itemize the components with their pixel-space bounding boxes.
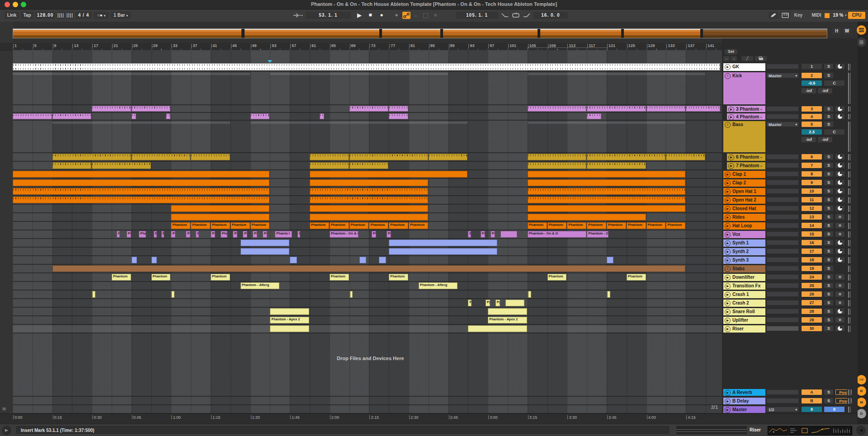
clip[interactable] [607, 291, 610, 298]
track-name[interactable]: ▶7 Phantom - [727, 162, 765, 169]
arm-button[interactable] [835, 206, 844, 211]
output-routing-box[interactable] [766, 326, 799, 331]
solo-button[interactable]: S [824, 171, 833, 177]
metronome-button[interactable]: ○● ▾ [94, 12, 109, 19]
nudge-up-button[interactable]: |||| [66, 12, 74, 19]
volume-field[interactable]: -0.5 [802, 80, 822, 86]
capture-midi-button[interactable]: ○ [431, 12, 439, 19]
clip[interactable] [13, 113, 52, 119]
arm-button[interactable] [835, 197, 844, 202]
output-routing-box[interactable] [766, 64, 799, 69]
arm-button[interactable] [835, 309, 844, 314]
track-name[interactable]: ▶B Delay [723, 398, 765, 404]
clip[interactable] [310, 188, 428, 195]
clip[interactable]: Phantom [112, 274, 131, 281]
solo-button[interactable]: S [824, 206, 833, 211]
solo-button[interactable]: S [824, 197, 833, 202]
clip[interactable]: Pl [171, 231, 175, 238]
clip[interactable] [52, 122, 230, 124]
clip[interactable]: Phantom [151, 274, 171, 281]
solo-button[interactable]: S [824, 317, 833, 323]
track-name[interactable]: ▶Clap 2 [723, 179, 765, 187]
track-name[interactable]: ≡Stabs [723, 265, 765, 272]
track-fold-icon[interactable]: ▶ [728, 155, 734, 160]
clip[interactable]: Phantom [567, 222, 586, 229]
tempo-field[interactable]: 128.00 [35, 12, 55, 19]
solo-button[interactable]: S [824, 240, 833, 245]
clip[interactable] [528, 171, 685, 178]
clip[interactable] [505, 300, 525, 306]
return-letter-badge[interactable]: B [802, 398, 822, 403]
clip[interactable]: Phantom [330, 222, 349, 229]
cue-volume-field[interactable]: 0 [802, 407, 822, 412]
meter-peak-field[interactable]: -inf [818, 137, 832, 142]
clip[interactable]: Phantom [409, 222, 428, 229]
clip[interactable] [528, 214, 646, 220]
output-routing-box[interactable] [766, 317, 799, 323]
track-fold-icon[interactable]: ▶ [725, 64, 731, 70]
clip[interactable]: Pha [387, 231, 391, 238]
arm-button[interactable] [835, 274, 844, 280]
clip[interactable]: Phantom [547, 274, 567, 281]
track-fold-icon[interactable]: ▶ [725, 180, 731, 186]
clip[interactable] [310, 205, 428, 212]
show-info-icon[interactable]: ▶ [2, 426, 11, 435]
track-number-badge[interactable]: 19 [802, 266, 822, 271]
clip[interactable] [646, 106, 686, 112]
output-routing-box[interactable] [766, 257, 799, 263]
arm-button[interactable] [835, 248, 844, 254]
arm-button[interactable] [835, 240, 844, 245]
output-routing-box[interactable] [766, 206, 799, 211]
clip[interactable] [52, 154, 131, 160]
solo-button[interactable]: S [824, 64, 833, 69]
solo-button[interactable]: S [824, 106, 833, 112]
arm-button[interactable] [835, 154, 844, 159]
time-signature-field[interactable]: 4 / 4 [75, 12, 92, 19]
track-number-badge[interactable]: 12 [802, 206, 822, 211]
clip[interactable] [429, 154, 468, 160]
arm-button[interactable] [835, 171, 844, 177]
clip[interactable] [270, 73, 448, 75]
clip[interactable] [13, 197, 269, 203]
clip[interactable]: P( [486, 300, 490, 306]
solo-button[interactable]: S [824, 266, 833, 271]
clip[interactable]: Phantom - On & O [528, 231, 586, 238]
play-button[interactable]: ▶ [354, 12, 364, 19]
clip[interactable] [379, 257, 386, 263]
clip[interactable] [310, 171, 467, 178]
clip[interactable] [241, 248, 290, 255]
device-thumbnail[interactable] [768, 426, 788, 435]
solo-button[interactable]: S [824, 283, 833, 288]
clip[interactable] [166, 113, 170, 119]
clip[interactable] [270, 308, 309, 315]
output-routing-box[interactable] [766, 291, 799, 297]
solo-button[interactable]: S [824, 73, 833, 78]
clip[interactable]: Phantom [171, 222, 190, 229]
track-fold-icon[interactable]: ▶ [725, 300, 731, 306]
clip[interactable]: Ph [186, 231, 190, 238]
clip[interactable] [528, 122, 685, 124]
arm-button[interactable] [835, 257, 844, 263]
track-fold-icon[interactable]: ▶ [728, 163, 734, 169]
clip[interactable] [52, 113, 92, 119]
clip[interactable] [52, 265, 686, 272]
output-routing-box[interactable] [766, 106, 799, 112]
track-fold-icon[interactable]: ▶ [725, 398, 731, 404]
clip[interactable]: Phantom [627, 274, 646, 281]
track-number-badge[interactable]: 5 [802, 122, 822, 127]
clip[interactable]: Phantom [528, 222, 547, 229]
output-routing-box[interactable] [766, 389, 799, 395]
track-number-badge[interactable]: 16 [802, 240, 822, 245]
hide-device-chain-icon[interactable]: ◀ [856, 426, 866, 435]
clip[interactable]: Phantom [191, 222, 210, 229]
meter-peak-field[interactable]: -inf [802, 88, 816, 94]
solo-button[interactable]: S [824, 326, 833, 331]
solo-button[interactable]: S [824, 231, 833, 237]
punch-in-icon[interactable] [500, 12, 510, 19]
track-fold-icon[interactable]: ▶ [725, 197, 731, 203]
track-number-badge[interactable]: 17 [802, 248, 822, 254]
hamburger-menu-icon[interactable] [857, 25, 866, 35]
output-routing-box[interactable] [766, 274, 799, 280]
solo-button[interactable]: S [824, 223, 833, 228]
pan-field[interactable]: C [824, 80, 844, 86]
